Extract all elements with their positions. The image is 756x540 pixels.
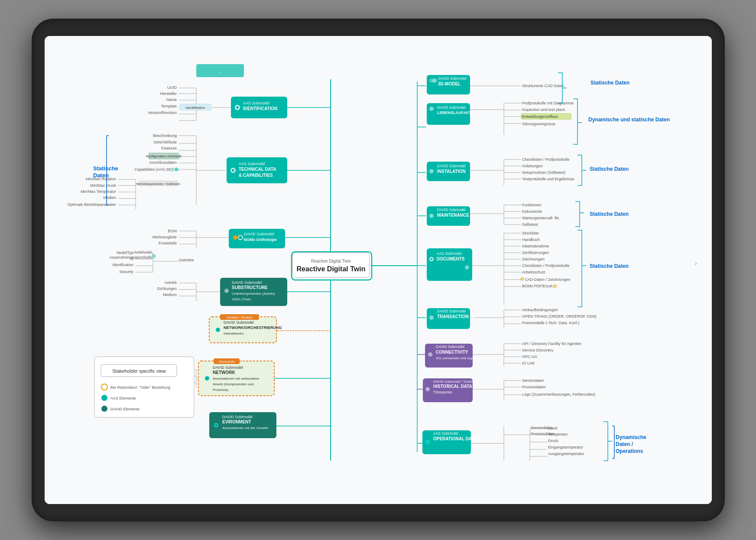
svg-text:Inbetriebnahme: Inbetriebnahme xyxy=(522,244,549,248)
svg-text:Strukturierte CAD Daten: Strukturierte CAD Daten xyxy=(522,84,564,88)
svg-text:Reactive Digital Twin: Reactive Digital Twin xyxy=(296,265,365,273)
static-daten-left: Statische xyxy=(93,165,118,172)
svg-point-298 xyxy=(101,395,107,401)
svg-text:VDZs (Tree): VDZs (Tree) xyxy=(232,297,251,301)
svg-text:Interaktionen: Interaktionen xyxy=(224,332,243,335)
svg-text:OPEN TRANS (ORDER, ORDERSP, DS: OPEN TRANS (ORDER, ORDERSP, DSN) xyxy=(522,314,597,319)
svg-text:DAVID Submodel: DAVID Submodel xyxy=(437,105,466,110)
svg-text:DAVID Submodel: DAVID Submodel xyxy=(222,415,253,419)
svg-text:Checklisten / Prüfprotokolle: Checklisten / Prüfprotokolle xyxy=(522,263,570,268)
svg-text:Zertifizierungen: Zertifizierungen xyxy=(522,250,549,255)
svg-text:Statische Daten: Statische Daten xyxy=(590,263,629,269)
svg-text:AAS Submodel: AAS Submodel xyxy=(239,162,265,166)
svg-text:DAVID Submodel: DAVID Submodel xyxy=(213,365,243,370)
svg-text:Unterkomponenten (Assets): Unterkomponenten (Assets) xyxy=(232,292,275,296)
svg-text:Assoziationen mit verbundene: Assoziationen mit verbundene xyxy=(213,377,260,381)
svg-text:DAVID Submodel / Toolchain: DAVID Submodel / Toolchain xyxy=(433,380,477,384)
svg-text:Anschlussdaten: Anschlussdaten xyxy=(149,160,177,165)
svg-text:Anleitungen: Anleitungen xyxy=(522,164,543,168)
svg-text:Prozesse): Prozesse) xyxy=(213,388,228,392)
svg-point-125 xyxy=(232,169,234,172)
svg-text:Statische Daten: Statische Daten xyxy=(590,211,629,217)
svg-text:DAVID Submodel: DAVID Submodel xyxy=(244,232,274,236)
svg-text:NETWORK: NETWORK xyxy=(213,370,235,375)
svg-text:Dokumente: Dokumente xyxy=(522,209,542,214)
svg-text:Dynamische und statische Daten: Dynamische und statische Daten xyxy=(588,117,670,123)
svg-text:BOMs Onthologie: BOMs Onthologie xyxy=(244,237,277,242)
svg-rect-0 xyxy=(45,36,712,504)
svg-point-187 xyxy=(152,254,156,258)
svg-text:Verkaufbedingungen: Verkaufbedingungen xyxy=(522,308,558,312)
svg-text:Setuproutinen (Software): Setuproutinen (Software) xyxy=(522,170,565,175)
svg-point-141 xyxy=(216,328,220,332)
svg-text:DAVID Elemente: DAVID Elemente xyxy=(110,407,140,411)
svg-text:Medium: Medium xyxy=(162,293,176,297)
svg-point-121 xyxy=(236,106,239,109)
svg-text:WartungsIntervall- fkt.: WartungsIntervall- fkt. xyxy=(522,216,560,220)
svg-text:NETWORK/ORCHESTRIERUNG: NETWORK/ORCHESTRIERUNG xyxy=(224,325,282,330)
svg-text:AAS Submodel: AAS Submodel xyxy=(243,101,269,105)
svg-point-223 xyxy=(429,169,434,173)
svg-text:Temperatur: Temperatur xyxy=(548,432,568,436)
legend-title: Stakeholder specific view xyxy=(112,368,166,374)
svg-point-154 xyxy=(215,424,217,426)
svg-text:Sensordaten: Sensordaten xyxy=(522,378,544,383)
svg-text:IDENTIFICATION: IDENTIFICATION xyxy=(243,106,277,111)
svg-text:Vertikal / Struktur: Vertikal / Struktur xyxy=(226,316,253,319)
svg-text:SUBSTRUCTURE: SUBSTRUCTURE xyxy=(232,285,268,290)
svg-text:Eingangstemperatur: Eingangstemperatur xyxy=(548,445,583,449)
svg-text:MAINTENANCE: MAINTENANCE xyxy=(437,213,469,218)
svg-text:DAVID Submodel: DAVID Submodel xyxy=(232,280,262,285)
tablet-frame: AAS Submodel IDENTIFICATION AAS Submodel… xyxy=(32,19,725,521)
svg-point-209 xyxy=(432,78,437,83)
svg-text:IO Link: IO Link xyxy=(522,361,535,365)
svg-text:Betriebsparameter / SollDaten: Betriebsparameter / SollDaten xyxy=(136,182,180,186)
svg-text:Timeseries: Timeseries xyxy=(433,390,452,394)
svg-text:Statische Daten: Statische Daten xyxy=(590,166,629,172)
svg-text:DAVID Submodel: DAVID Submodel xyxy=(224,320,254,325)
svg-point-263 xyxy=(428,352,432,357)
svg-point-147 xyxy=(205,376,209,381)
svg-text:Dichtungen: Dichtungen xyxy=(157,286,177,291)
svg-text:OPERATIONAL DATA: OPERATIONAL DATA xyxy=(433,436,477,441)
svg-text:Zeichnungen: Zeichnungen xyxy=(522,257,545,261)
svg-text:EVIRONMENT: EVIRONMENT xyxy=(222,420,251,424)
svg-text:Capabilities (AAS.SE): Capabilities (AAS.SE) xyxy=(134,167,172,172)
svg-text:Assoziationen mit der Umwelt: Assoziationen mit der Umwelt xyxy=(222,426,268,430)
svg-text:DAVID Submodel: DAVID Submodel xyxy=(437,309,466,313)
svg-point-231 xyxy=(429,214,434,218)
svg-text:UUID: UUID xyxy=(167,85,177,90)
svg-point-255 xyxy=(553,284,557,288)
svg-text:CAD-Daten / Zeichnungen: CAD-Daten / Zeichnungen xyxy=(525,277,571,282)
svg-text:Getriebe: Getriebe xyxy=(179,258,194,262)
svg-text:Id: Id xyxy=(130,257,133,261)
svg-text:...: ... xyxy=(218,69,222,74)
svg-text:Hersteller: Hersteller xyxy=(160,91,177,96)
svg-text:Stückliste: Stückliste xyxy=(522,231,539,235)
svg-text:Selbstest: Selbstest xyxy=(522,222,539,227)
svg-text:AAS Submodel: AAS Submodel xyxy=(433,431,458,436)
svg-text:Level: Level xyxy=(548,426,558,430)
svg-text:HISTORICAL DATA: HISTORICAL DATA xyxy=(433,384,472,389)
svg-text:Optimale Betriebsparamater: Optimale Betriebsparamater xyxy=(67,202,116,207)
svg-point-300 xyxy=(101,406,107,412)
svg-text:Assets (Komponenten und: Assets (Komponenten und xyxy=(213,382,253,386)
svg-text:Template: Template xyxy=(161,104,177,108)
svg-text:Preismodelle (-Tech. Data. Kon: Preismodelle (-Tech. Data. Konf.) xyxy=(522,321,580,325)
svg-text:Werkzeugliste: Werkzeugliste xyxy=(152,235,176,239)
svg-text:INSTALATION: INSTALATION xyxy=(437,169,466,174)
svg-text:Konfiguration (Verkauf): Konfiguration (Verkauf) xyxy=(146,154,182,158)
diagram-container: AAS Submodel IDENTIFICATION AAS Submodel… xyxy=(45,36,712,504)
svg-text:›: › xyxy=(694,259,697,267)
svg-point-130 xyxy=(234,237,236,239)
svg-text:3D-MODEL: 3D-MODEL xyxy=(438,81,461,86)
svg-text:Inspection and test plans: Inspection and test plans xyxy=(522,107,565,112)
svg-text:& CAPABILITIES: & CAPABILITIES xyxy=(239,173,273,178)
svg-text:Medien: Medien xyxy=(103,195,116,200)
svg-text:Service Discovery: Service Discovery xyxy=(522,348,554,352)
svg-text:Testprotokolle und Ergebnisse: Testprotokolle und Ergebnisse xyxy=(522,177,574,181)
svg-text:IOs (verwendet und exposed): IOs (verwendet und exposed) xyxy=(436,356,481,360)
svg-text:ModelTyp: ModelTyp xyxy=(116,250,133,255)
svg-text:TRANSACTION (€): TRANSACTION (€) xyxy=(437,314,475,319)
svg-text:Reactive Digital Twin: Reactive Digital Twin xyxy=(311,259,351,263)
